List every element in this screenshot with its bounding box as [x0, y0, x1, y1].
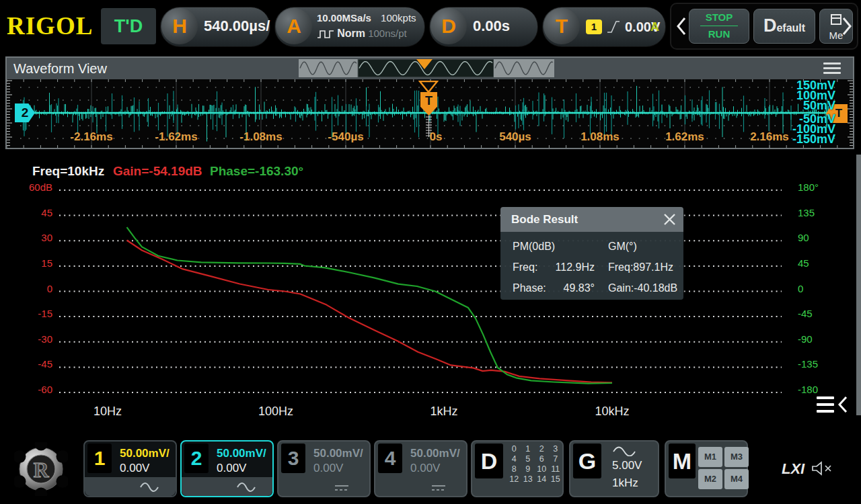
- acquire-settings-button[interactable]: A 10.00MSa/s 100kpts Norm 100ns/pt: [274, 7, 425, 47]
- pulse-icon: [317, 28, 334, 41]
- top-bar: RIGOL T'D H 540.00µs/ A 10.00MSa/s 100kp…: [0, 0, 861, 54]
- phase-axis-tick: -45: [798, 308, 813, 319]
- phase-axis-tick: 0: [798, 283, 803, 294]
- svg-text:-1.62ms: -1.62ms: [155, 130, 197, 143]
- digital-badge: D: [475, 444, 503, 478]
- trigger-source-badge: 1: [586, 19, 602, 34]
- digital-channel-number: 12: [507, 474, 521, 484]
- digital-channel-number: 15: [549, 474, 563, 484]
- channel2-offset: 0.00V: [217, 462, 246, 475]
- channel3-panel[interactable]: 3 50.00mV/ 0.00V: [277, 440, 371, 497]
- math2-button[interactable]: M2: [698, 469, 722, 489]
- waveform-view-header: Waveform View: [7, 58, 853, 79]
- math4-button[interactable]: M4: [724, 469, 749, 489]
- generator-badge: G: [573, 444, 601, 478]
- svg-text:-540µs: -540µs: [328, 130, 363, 143]
- trigger-settings-button[interactable]: T 1 0.00V A: [542, 7, 666, 47]
- math-badge: M: [669, 444, 696, 478]
- acquire-key-icon: A: [276, 8, 312, 44]
- delay-settings-button[interactable]: D 0.00s: [429, 7, 538, 47]
- channel2-panel[interactable]: 2 50.00mV/ 0.00V: [180, 440, 274, 497]
- channel4-badge: 4: [378, 444, 402, 473]
- generator-panel[interactable]: G 5.00V 1kHz: [569, 440, 659, 497]
- digital-channel-grid: 0123456789101112131415: [507, 444, 562, 484]
- digital-channels-panel[interactable]: D 0123456789101112131415: [471, 440, 564, 497]
- svg-text:2.16ms: 2.16ms: [750, 130, 789, 143]
- horizontal-key-icon: H: [161, 8, 198, 44]
- bode-plot-section: Freq=10kHz Gain=-54.19dB Phase=-163.30° …: [0, 152, 861, 437]
- math1-button[interactable]: M1: [698, 447, 722, 467]
- gm-freq-value: Freq:897.1Hz: [608, 261, 673, 274]
- freq-axis-tick: 100Hz: [258, 405, 293, 419]
- gm-header: GM(°): [608, 241, 637, 253]
- lxi-status-block[interactable]: LXI: [753, 437, 856, 501]
- svg-text:-2.16ms: -2.16ms: [70, 130, 112, 143]
- waveform-minimap[interactable]: [299, 59, 554, 77]
- rigol-gear-button[interactable]: R: [5, 439, 77, 499]
- stop-run-button[interactable]: STOP RUN: [689, 9, 749, 44]
- ac-coupling-icon: [237, 482, 257, 493]
- rigol-gear-icon: R: [14, 442, 68, 496]
- digital-channel-number: 2: [535, 444, 549, 454]
- rigol-logo: RIGOL: [7, 11, 93, 40]
- default-button[interactable]: Default: [753, 9, 815, 44]
- svg-text:1.08ms: 1.08ms: [581, 130, 620, 143]
- phase-axis-tick: -90: [798, 333, 813, 345]
- channel1-scale: 50.00mV/: [120, 447, 170, 460]
- svg-text:540µs: 540µs: [499, 130, 531, 143]
- trigger-coupling-indicator: A: [650, 7, 659, 46]
- run-label: RUN: [689, 26, 749, 42]
- quick-actions-group: STOP RUN Default Me: [670, 3, 858, 50]
- oscilloscope-screen: RIGOL T'D H 540.00µs/ A 10.00MSa/s 100kp…: [0, 0, 861, 504]
- close-icon[interactable]: [664, 214, 675, 228]
- waveform-strip[interactable]: -2.16ms-1.62ms-1.08ms-540µs0s540µs1.08ms…: [7, 79, 853, 148]
- phase-axis-tick: 90: [798, 232, 809, 243]
- digital-channel-number: 10: [535, 464, 549, 474]
- digital-channel-number: 3: [549, 444, 563, 454]
- default-label-initial: D: [763, 15, 777, 36]
- trigger-status-badge: T'D: [101, 8, 156, 44]
- svg-text:-1.08ms: -1.08ms: [239, 130, 282, 143]
- pm-freq-label: Freq:: [513, 261, 537, 274]
- channel2-scale: 50.00mV/: [217, 447, 266, 460]
- digital-channel-number: 14: [535, 474, 549, 484]
- channel4-scale: 50.00mV/: [410, 447, 460, 460]
- digital-channel-number: 4: [507, 454, 521, 464]
- pm-freq-value: 112.9Hz: [537, 261, 595, 274]
- default-label-rest: efault: [776, 22, 805, 34]
- digital-channel-number: 7: [549, 454, 563, 464]
- phase-axis-tick: 180°: [798, 181, 819, 193]
- delay-value: 0.00s: [473, 7, 510, 45]
- sample-rate-value: 10.00MSa/s: [317, 12, 371, 24]
- gain-axis-tick: 60dB: [9, 181, 52, 193]
- scroll-strip[interactable]: [856, 155, 861, 415]
- svg-text:1.62ms: 1.62ms: [665, 130, 704, 143]
- gain-axis-tick: 15: [9, 257, 52, 269]
- bode-popup-body: PM(0dB) GM(°) Freq: 112.9Hz Freq:897.1Hz…: [500, 232, 683, 300]
- pm-phase-value: 49.83°: [537, 282, 595, 294]
- waveform-menu-icon[interactable]: [823, 58, 841, 79]
- channel1-panel[interactable]: 1 50.00mV/ 0.00V: [83, 440, 177, 497]
- phase-axis-tick: 135: [798, 207, 815, 218]
- bottom-bar: R 1 50.00mV/ 0.00V 2 50.00mV/ 0.00V 3 50…: [0, 437, 861, 504]
- channel3-badge: 3: [281, 444, 305, 473]
- channel2-badge: 2: [184, 444, 209, 473]
- delay-key-icon: D: [430, 8, 467, 44]
- math3-button[interactable]: M3: [724, 447, 749, 467]
- generator-frequency: 1kHz: [612, 476, 638, 490]
- svg-text:0s: 0s: [430, 130, 443, 143]
- bode-popup-titlebar[interactable]: Bode Result: [500, 207, 683, 232]
- bode-menu-icon[interactable]: [817, 396, 849, 413]
- digital-channel-number: 13: [521, 474, 535, 484]
- gain-axis-tick: -30: [9, 333, 52, 345]
- digital-channel-number: 8: [507, 464, 521, 474]
- chevron-left-icon[interactable]: [675, 15, 687, 40]
- chevron-right-icon[interactable]: [841, 15, 853, 40]
- digital-channel-number: 11: [549, 464, 563, 474]
- horizontal-settings-button[interactable]: H 540.00µs/: [160, 7, 270, 47]
- math-panel[interactable]: M M1 M3 M2 M4: [665, 440, 748, 497]
- channel4-panel[interactable]: 4 50.00mV/ 0.00V: [374, 440, 467, 497]
- svg-text:R: R: [33, 458, 49, 482]
- gain-axis-tick: 30: [9, 232, 52, 243]
- channel2-coupling-strip: [182, 477, 272, 496]
